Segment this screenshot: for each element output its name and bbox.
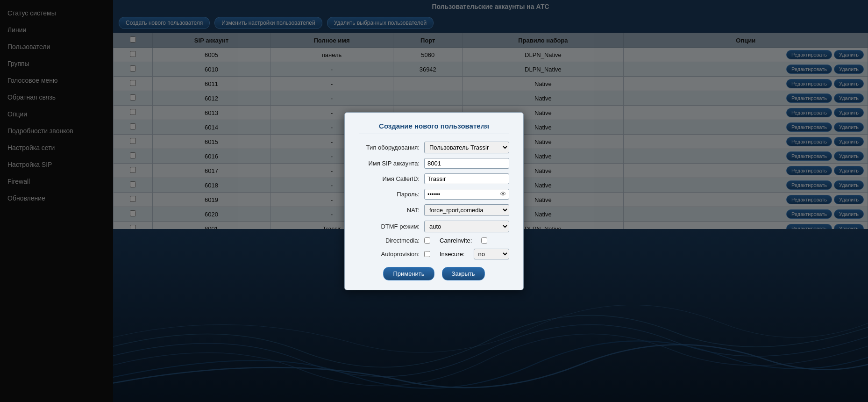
- callerid-input[interactable]: [424, 173, 509, 184]
- sip-account-row: Имя SIP аккаунта:: [359, 158, 509, 169]
- equipment-type-select[interactable]: Пользователь Trassir: [424, 142, 509, 153]
- password-input[interactable]: [424, 189, 509, 200]
- dtmf-control: auto rfc2833 info inband: [424, 221, 509, 232]
- modal-title: Создание нового пользователя: [359, 122, 509, 134]
- nat-label: NAT:: [359, 207, 424, 214]
- dtmf-row: DTMF режим: auto rfc2833 info inband: [359, 221, 509, 232]
- autoprovision-label: Autoprovision:: [359, 251, 424, 258]
- equipment-type-control: Пользователь Trassir: [424, 142, 509, 153]
- dtmf-label: DTMF режим:: [359, 223, 424, 230]
- nat-select[interactable]: force_rport,comedia: [424, 204, 509, 216]
- directmedia-canreinvite-control: Canreinvite:: [424, 237, 509, 244]
- directmedia-label: Directmedia:: [359, 237, 424, 244]
- show-password-icon[interactable]: 👁: [500, 190, 506, 198]
- sip-account-control: [424, 158, 509, 169]
- modal-buttons: Применить Закрыть: [359, 267, 509, 280]
- password-label: Пароль:: [359, 191, 424, 198]
- dtmf-select[interactable]: auto rfc2833 info inband: [424, 221, 509, 232]
- insecure-label: Insecure:: [440, 251, 464, 258]
- apply-button[interactable]: Применить: [383, 267, 434, 280]
- callerid-label: Имя CallerID:: [359, 175, 424, 182]
- close-button[interactable]: Закрыть: [442, 267, 485, 280]
- directmedia-checkbox[interactable]: [424, 237, 430, 244]
- autoprovision-insecure-row: Autoprovision: Insecure: no yes port inv…: [359, 249, 509, 259]
- equipment-type-row: Тип оборудования: Пользователь Trassir: [359, 142, 509, 153]
- create-user-modal: Создание нового пользователя Тип оборудо…: [344, 112, 524, 290]
- insecure-select[interactable]: no yes port invite: [474, 249, 509, 259]
- directmedia-canreinvite-row: Directmedia: Canreinvite:: [359, 237, 509, 244]
- nat-control: force_rport,comedia: [424, 204, 509, 216]
- nat-row: NAT: force_rport,comedia: [359, 204, 509, 216]
- autoprovision-insecure-control: Insecure: no yes port invite: [424, 249, 509, 259]
- modal-overlay: Создание нового пользователя Тип оборудо…: [0, 0, 868, 402]
- canreinvite-checkbox[interactable]: [481, 237, 487, 244]
- callerid-row: Имя CallerID:: [359, 173, 509, 184]
- autoprovision-checkbox[interactable]: [424, 251, 430, 257]
- equipment-type-label: Тип оборудования:: [359, 144, 424, 151]
- callerid-control: [424, 173, 509, 184]
- canreinvite-label: Canreinvite:: [440, 237, 472, 244]
- password-row: Пароль: 👁: [359, 189, 509, 200]
- password-control: 👁: [424, 189, 509, 200]
- sip-account-input[interactable]: [424, 158, 509, 169]
- sip-account-label: Имя SIP аккаунта:: [359, 160, 424, 167]
